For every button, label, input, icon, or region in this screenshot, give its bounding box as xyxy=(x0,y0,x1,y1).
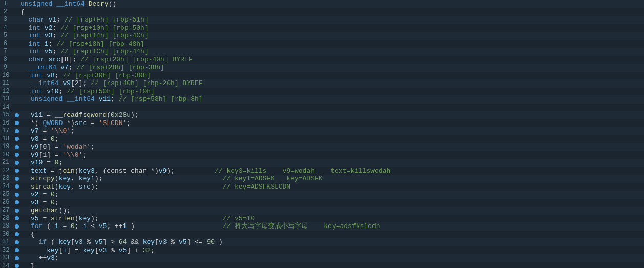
breakpoint-area[interactable] xyxy=(13,113,20,117)
line-number: 24 xyxy=(0,183,13,191)
code-lines: 1unsigned __int64 Decry()2{3 char v1; //… xyxy=(0,0,644,268)
line-number: 8 xyxy=(0,56,11,64)
code-text: { xyxy=(20,231,644,239)
breakpoint-area[interactable] xyxy=(13,129,20,133)
line-number: 9 xyxy=(0,64,11,72)
code-line: 14 xyxy=(0,104,644,112)
breakpoint-area[interactable] xyxy=(13,264,20,268)
code-text: for ( i = 0; i < v5; ++i ) // 将大写字母变成小写字… xyxy=(20,222,644,231)
breakpoint-dot xyxy=(15,153,19,157)
breakpoint-area[interactable] xyxy=(13,256,20,260)
breakpoint-dot xyxy=(15,113,19,117)
line-number: 22 xyxy=(0,167,13,175)
breakpoint-area[interactable] xyxy=(13,232,20,236)
breakpoint-area[interactable] xyxy=(13,153,20,157)
line-number: 31 xyxy=(0,238,13,246)
breakpoint-area[interactable] xyxy=(13,224,20,229)
code-text: if ( key[v3 % v5] > 64 && key[v3 % v5] <… xyxy=(20,238,644,246)
code-line: 24 strcat(key, src); // key=ADSFKSLCDN xyxy=(0,183,644,191)
code-text: v5 = strlen(key); // v5=10 xyxy=(20,215,644,223)
line-number: 2 xyxy=(0,8,11,16)
code-text: __int64 v9[2]; // [rsp+40h] [rbp-20h] BY… xyxy=(20,79,644,88)
line-number: 17 xyxy=(0,127,13,135)
breakpoint-dot xyxy=(15,240,19,244)
code-line: 23 strcpy(key, key1); // key1=ADSFK key=… xyxy=(0,175,644,183)
line-number: 16 xyxy=(0,119,13,128)
code-text: *(_QWORD *)src = 'SLCDN'; xyxy=(20,119,644,128)
line-number: 19 xyxy=(0,143,13,151)
code-line: 6 int i; // [rsp+18h] [rbp-48h] xyxy=(0,40,644,48)
line-number: 27 xyxy=(0,207,13,215)
breakpoint-area[interactable] xyxy=(13,209,20,213)
code-line: 22 text = join(key3, (const char *)v9); … xyxy=(0,167,644,175)
code-line: 17 v7 = '\\0'; xyxy=(0,127,644,135)
code-text: unsigned __int64 v11; // [rsp+58h] [rbp-… xyxy=(20,95,644,104)
breakpoint-area[interactable] xyxy=(13,177,20,181)
code-text: v8 = 0; xyxy=(20,135,644,143)
code-line: 34 } xyxy=(0,262,644,269)
code-line: 21 v10 = 0; xyxy=(0,159,644,167)
breakpoint-dot xyxy=(15,224,19,229)
code-text: { xyxy=(18,8,644,16)
breakpoint-area[interactable] xyxy=(13,193,20,197)
code-text: int v2; // [rsp+10h] [rbp-50h] xyxy=(18,24,644,32)
code-line: 32 key[i] = key[v3 % v5] + 32; xyxy=(0,246,644,255)
breakpoint-area[interactable] xyxy=(13,161,20,165)
breakpoint-dot xyxy=(15,264,19,268)
breakpoint-dot xyxy=(15,193,19,197)
breakpoint-dot xyxy=(15,129,19,133)
line-number: 30 xyxy=(0,231,13,239)
code-text: char src[8]; // [rsp+20h] [rbp-40h] BYRE… xyxy=(18,56,644,64)
code-text: char v1; // [rsp+Fh] [rbp-51h] xyxy=(18,16,644,24)
code-text: v3 = 0; xyxy=(20,199,644,207)
line-number: 4 xyxy=(0,24,11,32)
line-number: 6 xyxy=(0,40,11,48)
breakpoint-area[interactable] xyxy=(13,200,20,204)
code-text: text = join(key3, (const char *)v9); // … xyxy=(20,167,644,175)
code-line: 19 v9[0] = 'wodah'; xyxy=(0,143,644,151)
breakpoint-dot xyxy=(15,200,19,204)
code-text: v9[1] = '\\0'; xyxy=(20,151,644,159)
line-number: 23 xyxy=(0,175,13,183)
code-text: int v5; // [rsp+1Ch] [rbp-44h] xyxy=(18,48,644,56)
code-line: 3 char v1; // [rsp+Fh] [rbp-51h] xyxy=(0,16,644,24)
breakpoint-area[interactable] xyxy=(13,137,20,141)
breakpoint-dot xyxy=(15,209,19,213)
breakpoint-dot xyxy=(15,216,19,220)
code-text: int i; // [rsp+18h] [rbp-48h] xyxy=(18,40,644,48)
line-number: 13 xyxy=(0,95,13,104)
code-line: 8 char src[8]; // [rsp+20h] [rbp-40h] BY… xyxy=(0,56,644,64)
breakpoint-dot xyxy=(15,137,19,141)
line-number: 14 xyxy=(0,104,13,112)
code-text: v10 = 0; xyxy=(20,159,644,167)
code-line: 13 unsigned __int64 v11; // [rsp+58h] [r… xyxy=(0,95,644,104)
code-line: 20 v9[1] = '\\0'; xyxy=(0,151,644,159)
code-line: 33 ++v3; xyxy=(0,254,644,262)
breakpoint-area[interactable] xyxy=(13,145,20,149)
line-number: 29 xyxy=(0,222,13,231)
code-text: strcpy(key, key1); // key1=ADSFK key=ADS… xyxy=(20,175,644,183)
breakpoint-area[interactable] xyxy=(13,184,20,189)
code-line: 10 int v8; // [rsp+30h] [rbp-30h] xyxy=(0,72,644,80)
code-line: 12 int v10; // [rsp+50h] [rbp-10h] xyxy=(0,88,644,96)
code-line: 29 for ( i = 0; i < v5; ++i ) // 将大写字母变成… xyxy=(0,222,644,231)
code-line: 25 v2 = 0; xyxy=(0,191,644,199)
code-line: 5 int v3; // [rsp+14h] [rbp-4Ch] xyxy=(0,32,644,40)
code-text: int v3; // [rsp+14h] [rbp-4Ch] xyxy=(18,32,644,40)
breakpoint-area[interactable] xyxy=(13,216,20,220)
code-line: 4 int v2; // [rsp+10h] [rbp-50h] xyxy=(0,24,644,32)
line-number: 28 xyxy=(0,215,13,223)
breakpoint-dot xyxy=(15,256,19,260)
code-text: int v8; // [rsp+30h] [rbp-30h] xyxy=(20,72,644,80)
code-text: strcat(key, src); // key=ADSFKSLCDN xyxy=(20,183,644,191)
breakpoint-dot xyxy=(15,161,19,165)
line-number: 5 xyxy=(0,32,11,40)
code-line: 27 getchar(); xyxy=(0,207,644,215)
code-text: __int64 v7; // [rsp+28h] [rbp-38h] xyxy=(18,64,644,72)
breakpoint-area[interactable] xyxy=(13,121,20,125)
breakpoint-dot xyxy=(15,121,19,125)
breakpoint-area[interactable] xyxy=(13,248,20,252)
breakpoint-area[interactable] xyxy=(13,169,20,173)
code-line: 31 if ( key[v3 % v5] > 64 && key[v3 % v5… xyxy=(0,238,644,246)
breakpoint-area[interactable] xyxy=(13,240,20,244)
